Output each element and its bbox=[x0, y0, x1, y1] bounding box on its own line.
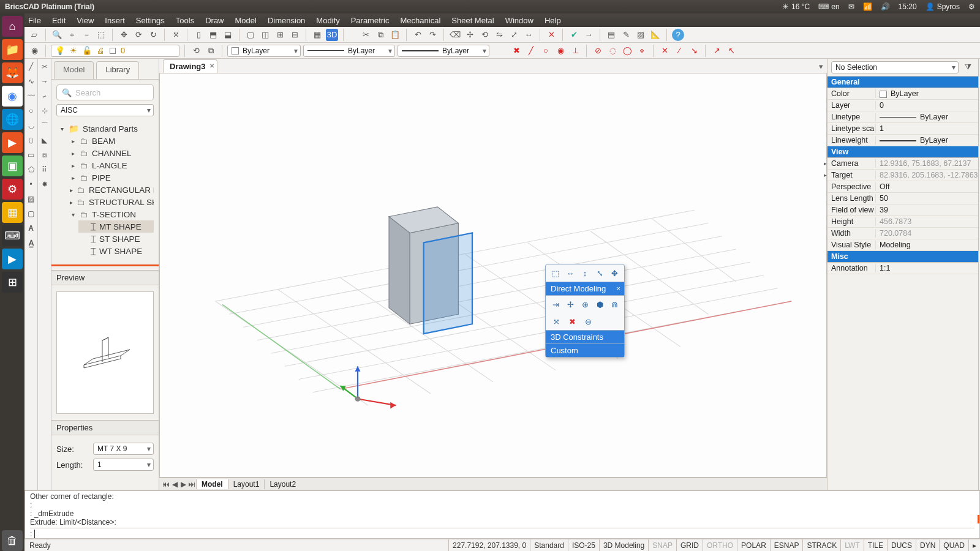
zoom-window-icon[interactable]: ⬚ bbox=[95, 29, 107, 41]
vlc-icon[interactable]: ▶ bbox=[2, 132, 23, 153]
filter-icon[interactable]: ⧩ bbox=[962, 61, 974, 73]
explode-icon[interactable]: ✸ bbox=[39, 179, 50, 190]
polyline-icon[interactable]: ∿ bbox=[26, 76, 37, 87]
gear-icon[interactable]: ⚙ bbox=[968, 2, 975, 11]
hatch-icon[interactable]: ▨ bbox=[635, 29, 647, 41]
menu-help[interactable]: Help bbox=[545, 16, 561, 25]
layout-first-icon[interactable]: ⏮ bbox=[162, 480, 170, 489]
snap-node-icon[interactable]: ◉ bbox=[554, 45, 567, 57]
menu-insert[interactable]: Insert bbox=[105, 16, 125, 25]
layer-control[interactable]: 💡 ☀ 🔓 🖨 0 bbox=[51, 45, 179, 57]
table-icon[interactable]: ▤ bbox=[605, 29, 617, 41]
rect-icon[interactable]: ▭ bbox=[26, 149, 37, 160]
app-icon-3[interactable]: ▦ bbox=[2, 202, 23, 223]
scale-icon[interactable]: ⤢ bbox=[508, 29, 520, 41]
dm-ucs-icon[interactable]: ⤧ bbox=[551, 316, 562, 327]
tree-root[interactable]: ▾📁Standard Parts bbox=[56, 122, 154, 135]
tree-leaf[interactable]: ⌶WT SHAPE bbox=[78, 245, 154, 257]
command-window[interactable]: Other corner of rectangle: : : _dmExtrud… bbox=[24, 490, 980, 539]
status-toggle-dyn[interactable]: DYN bbox=[916, 539, 939, 551]
vp3-icon[interactable]: ⊞ bbox=[274, 29, 286, 41]
menu-modify[interactable]: Modify bbox=[316, 16, 339, 25]
earth-icon[interactable]: 🌐 bbox=[2, 109, 23, 130]
menu-parametric[interactable]: Parametric bbox=[351, 16, 390, 25]
keyboard-indicator[interactable]: ⌨ en bbox=[818, 2, 839, 11]
tree-item[interactable]: ▾🗀T-SECTION bbox=[67, 208, 154, 220]
network-indicator[interactable]: 📶 bbox=[863, 2, 872, 11]
status-toggle-lwt[interactable]: LWT bbox=[840, 539, 863, 551]
trim-icon[interactable]: ✂ bbox=[39, 61, 50, 72]
layer-state-icon[interactable]: ⧉ bbox=[205, 45, 217, 57]
dm-move-icon[interactable]: ↔ bbox=[565, 268, 575, 279]
vp4-icon[interactable]: ⊟ bbox=[288, 29, 301, 41]
snap-end-icon[interactable]: ✖ bbox=[510, 45, 522, 57]
tree-item[interactable]: ▸🗀CHANNEL bbox=[67, 147, 154, 159]
snap-ext-icon[interactable]: ✕ bbox=[658, 45, 671, 57]
quad-3d-constraints[interactable]: 3D Constraints bbox=[546, 330, 624, 343]
regen-icon[interactable]: ↻ bbox=[147, 29, 159, 41]
workspace-icon[interactable]: ⊞ bbox=[2, 272, 23, 293]
weather-indicator[interactable]: ☀ 16 °C bbox=[782, 2, 810, 11]
array-icon[interactable]: ⠿ bbox=[39, 164, 50, 175]
check-icon[interactable]: ✔ bbox=[568, 29, 580, 41]
rotate-icon[interactable]: ⟲ bbox=[478, 29, 491, 41]
circle-icon[interactable]: ○ bbox=[26, 105, 37, 116]
close-icon[interactable]: ✕ bbox=[209, 62, 214, 69]
status-coords[interactable]: 227.7192, 207.1339, 0 bbox=[448, 539, 530, 551]
menu-window[interactable]: Window bbox=[505, 16, 533, 25]
point-icon[interactable]: • bbox=[26, 179, 37, 190]
menu-dimension[interactable]: Dimension bbox=[268, 16, 305, 25]
spline-icon[interactable]: 〰 bbox=[26, 91, 37, 102]
orbit-icon[interactable]: ⟳ bbox=[132, 29, 145, 41]
menu-file[interactable]: File bbox=[28, 16, 41, 25]
arc-icon[interactable]: ◡ bbox=[26, 120, 37, 131]
vp2-icon[interactable]: ◫ bbox=[259, 29, 271, 41]
size-select[interactable]: MT 7 X 9 bbox=[93, 443, 154, 455]
text-icon[interactable]: A bbox=[26, 223, 37, 234]
tab-library[interactable]: Library bbox=[96, 61, 139, 79]
help-icon[interactable]: ? bbox=[672, 29, 684, 41]
zoom-extents-icon[interactable]: 🔍 bbox=[51, 29, 63, 41]
clock[interactable]: 15:20 bbox=[899, 2, 917, 11]
mtext-icon[interactable]: A̲ bbox=[26, 238, 37, 249]
trash-icon[interactable]: 🗑 bbox=[2, 530, 23, 551]
tree-item[interactable]: ▸🗀BEAM bbox=[67, 135, 154, 147]
search-input[interactable]: 🔍 Search bbox=[56, 84, 154, 100]
extend-icon[interactable]: → bbox=[39, 76, 50, 87]
layer-prev-icon[interactable]: ⟲ bbox=[190, 45, 202, 57]
view-front-icon[interactable]: ⬓ bbox=[222, 29, 234, 41]
join-icon[interactable]: ⊹ bbox=[39, 105, 50, 116]
dm-thicken-icon[interactable]: ⊕ bbox=[580, 299, 590, 310]
viewport-3d[interactable]: ⬚ ↔ ↕ ⤡ ✥ Direct Modeling× ⇥ ✢ ⊕ ⬢ ⋒ bbox=[159, 73, 827, 478]
catalog-select[interactable]: AISC bbox=[56, 104, 154, 116]
snap-cen-icon[interactable]: ○ bbox=[540, 45, 552, 57]
doc-tab-menu-icon[interactable]: ▾ bbox=[815, 60, 827, 73]
status-standard[interactable]: Standard bbox=[530, 539, 568, 551]
prop-cat-view[interactable]: View bbox=[827, 146, 978, 158]
prop-cat-general[interactable]: General bbox=[827, 77, 978, 88]
polygon-icon[interactable]: ⬠ bbox=[26, 164, 37, 175]
dm-delete-icon[interactable]: ✖ bbox=[567, 316, 578, 327]
undo-icon[interactable]: ↶ bbox=[412, 29, 424, 41]
color-control[interactable]: ByLayer bbox=[227, 45, 301, 57]
hatch2-icon[interactable]: ▨ bbox=[26, 193, 37, 204]
box-icon[interactable]: ▯ bbox=[192, 29, 205, 41]
layout-next-icon[interactable]: ▶ bbox=[179, 480, 187, 489]
status-toggle-ducs[interactable]: DUCS bbox=[887, 539, 916, 551]
snap-tan-icon[interactable]: ⊘ bbox=[592, 45, 604, 57]
snap-mid-icon[interactable]: ╱ bbox=[525, 45, 537, 57]
status-toggle-grid[interactable]: GRID bbox=[676, 539, 703, 551]
chrome-icon[interactable]: ◉ bbox=[2, 86, 23, 107]
layout-tab-model[interactable]: Model bbox=[196, 479, 228, 489]
dm-copy-icon[interactable]: ✥ bbox=[609, 268, 619, 279]
mirror-icon[interactable]: ⇋ bbox=[493, 29, 505, 41]
dm-shell-icon[interactable]: ⬢ bbox=[595, 299, 605, 310]
tree-item[interactable]: ▸🗀RECTANGULAR PIPE bbox=[67, 184, 154, 196]
tree-leaf[interactable]: ⌶ST SHAPE bbox=[78, 233, 154, 245]
app-icon-1[interactable]: ▣ bbox=[2, 156, 23, 176]
chamfer-icon[interactable]: ◣ bbox=[39, 135, 50, 146]
view-top-icon[interactable]: ⬒ bbox=[207, 29, 219, 41]
status-toggle-snap[interactable]: SNAP bbox=[648, 539, 676, 551]
shade2d-icon[interactable]: ▦ bbox=[311, 29, 323, 41]
cut-icon[interactable]: ✂ bbox=[360, 29, 372, 41]
